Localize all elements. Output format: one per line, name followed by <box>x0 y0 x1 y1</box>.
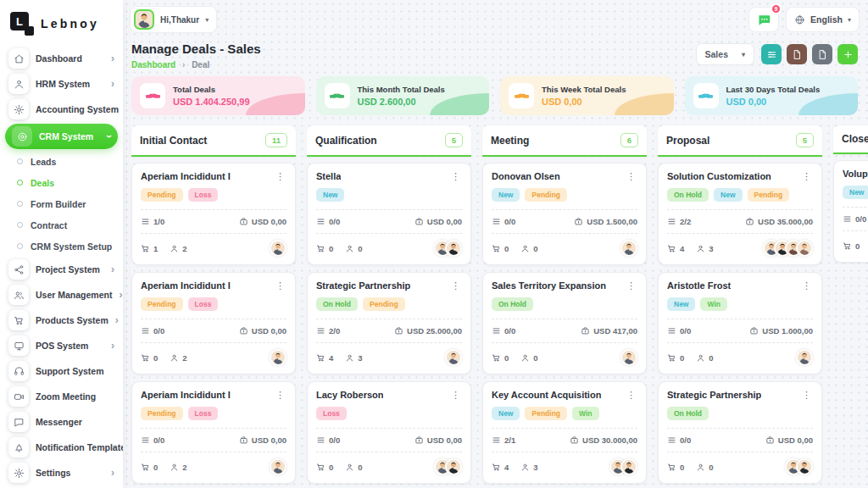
chevron-right-icon: › <box>115 315 119 325</box>
deal-card[interactable]: Donovan Olsen ⋮ NewPending 0/0 USD 1.500… <box>482 163 647 265</box>
kebab-menu-icon[interactable]: ⋮ <box>274 171 287 182</box>
sidebar-subitem-crm-system-setup[interactable]: CRM System Setup <box>0 236 123 257</box>
sidebar-item-project-system[interactable]: Project System› <box>0 257 123 282</box>
sidebar-item-settings[interactable]: Settings› <box>0 460 123 485</box>
sidebar-item-label: Zoom Meeting <box>36 391 114 402</box>
deal-card[interactable]: Aperiam Incididunt I ⋮ PendingLoss 0/0 U… <box>131 381 296 484</box>
deal-card[interactable]: Strategic Partnership ⋮ On Hold 0/0 USD … <box>658 381 822 484</box>
deal-title: Aperiam Incididunt I <box>141 280 231 291</box>
sidebar-item-products-system[interactable]: Products System› <box>0 308 123 333</box>
deal-card[interactable]: Stella ⋮ New 0/0 USD 0,00 0 0 <box>307 163 471 265</box>
sidebar-item-label: HRM System <box>36 79 104 89</box>
kebab-menu-icon[interactable]: ⋮ <box>800 390 813 401</box>
deal-avatars <box>763 240 813 257</box>
avatar-image <box>622 351 636 364</box>
toolbar-buttons <box>761 44 858 64</box>
deal-card[interactable]: Aristotle Frost ⋮ NewWin 0/0 USD 1.000,0… <box>658 272 822 374</box>
messages-button[interactable]: 9 <box>748 7 779 32</box>
deal-products-count: 4 <box>667 244 684 253</box>
column-count-badge: 5 <box>796 133 814 147</box>
kebab-menu-icon[interactable]: ⋮ <box>274 390 287 401</box>
briefcase-icon <box>394 326 403 336</box>
breadcrumb-dashboard[interactable]: Dashboard <box>131 60 175 69</box>
sidebar-item-label: Dashboard <box>36 53 104 64</box>
sidebar-item-messenger[interactable]: Messenger <box>0 409 123 435</box>
deal-amount: USD 1.000,00 <box>749 326 813 336</box>
deal-contacts-count: 3 <box>696 244 713 253</box>
kebab-menu-icon[interactable]: ⋮ <box>625 280 637 291</box>
sidebar-item-crm-system[interactable]: CRM System› <box>5 124 118 149</box>
list-icon <box>492 435 501 445</box>
pipeline-select-value: Sales <box>705 49 728 59</box>
sidebar-item-notification-template[interactable]: Notification Template <box>0 435 123 460</box>
list-icon <box>141 217 150 226</box>
sidebar-item-user-management[interactable]: User Management› <box>0 282 123 308</box>
sidebar-item-pos-system[interactable]: POS System› <box>0 333 123 358</box>
deal-card[interactable]: Key Account Acquisition ⋮ NewPendingWin … <box>482 381 647 484</box>
column-cards: Voluptate I ⋮ New 0/0 USD 0,00 0 0 <box>833 160 868 263</box>
deal-contacts-count: 2 <box>170 463 186 472</box>
language-selector[interactable]: English ▾ <box>786 7 860 32</box>
handshake-icon <box>698 91 713 102</box>
brand-logo[interactable]: L Lebnoy <box>0 7 123 46</box>
kebab-menu-icon[interactable]: ⋮ <box>625 171 637 182</box>
deal-card[interactable]: Aperiam Incididunt I ⋮ PendingLoss 1/0 U… <box>131 163 296 265</box>
status-tag: On Hold <box>667 188 709 202</box>
deal-tasks: 2/2 <box>667 217 691 226</box>
kebab-menu-icon[interactable]: ⋮ <box>800 171 813 182</box>
sidebar-subitem-leads[interactable]: Leads <box>0 151 123 172</box>
crm-icon <box>17 131 28 142</box>
deal-card[interactable]: Solution Customization ⋮ On HoldNewPendi… <box>658 163 822 265</box>
cart-icon <box>141 353 150 363</box>
avatar <box>445 458 462 475</box>
user-menu[interactable]: Hi,Thakur ▾ <box>130 6 217 33</box>
add-deal-button[interactable] <box>837 44 858 64</box>
sidebar-subitem-contract[interactable]: Contract <box>0 214 123 236</box>
deal-title: Aristotle Frost <box>667 280 731 291</box>
deal-title: Voluptate I <box>843 169 868 179</box>
status-tag: Loss <box>188 297 219 311</box>
pipeline-select[interactable]: Sales ▾ <box>696 43 754 65</box>
file-icon <box>792 49 803 60</box>
deal-contacts-count: 0 <box>345 244 362 253</box>
contact-icon <box>696 244 705 253</box>
briefcase-icon <box>574 217 583 226</box>
stat-label: This Month Total Deals <box>358 85 445 94</box>
sidebar-item-dashboard[interactable]: Dashboard› <box>0 46 123 71</box>
sidebar-subitem-deals[interactable]: Deals <box>0 172 123 193</box>
kebab-menu-icon[interactable]: ⋮ <box>449 280 462 291</box>
deal-avatars <box>609 458 637 475</box>
sidebar-item-support-system[interactable]: Support System <box>0 358 123 384</box>
deal-card[interactable]: Voluptate I ⋮ New 0/0 USD 0,00 0 0 <box>833 160 868 263</box>
sidebar-item-accounting-system[interactable]: Accounting System› <box>0 97 123 122</box>
cart-icon <box>843 241 852 251</box>
sidebar-subitem-label: Contract <box>31 220 67 230</box>
chevron-right-icon: › <box>111 264 114 274</box>
avatar <box>620 458 637 475</box>
status-tag: Pending <box>525 407 567 420</box>
deal-card[interactable]: Lacy Roberson ⋮ Loss 0/0 USD 0,00 0 0 <box>307 381 471 484</box>
filter-button[interactable] <box>761 44 782 64</box>
main-content: Hi,Thakur ▾ 9 English ▾ <box>123 0 868 488</box>
deal-tasks: 0/0 <box>667 326 691 336</box>
sidebar-item-zoom-meeting[interactable]: Zoom Meeting <box>0 384 123 409</box>
kebab-menu-icon[interactable]: ⋮ <box>800 280 813 291</box>
export-pdf-button[interactable] <box>787 44 807 64</box>
deal-title: Lacy Roberson <box>316 390 383 400</box>
kanban-column-proposal: Proposal5 Solution Customization ⋮ On Ho… <box>658 125 822 488</box>
kebab-menu-icon[interactable]: ⋮ <box>625 390 637 401</box>
kebab-menu-icon[interactable]: ⋮ <box>274 280 287 291</box>
kebab-menu-icon[interactable]: ⋮ <box>449 390 462 401</box>
deal-card[interactable]: Aperiam Incididunt I ⋮ PendingLoss 0/0 U… <box>131 272 296 374</box>
column-title: Initial Contact <box>140 135 207 147</box>
avatar-image <box>798 460 811 474</box>
deal-card[interactable]: Sales Territory Expansion ⋮ On Hold 0/0 … <box>482 272 647 374</box>
deal-card[interactable]: Strategic Partnership ⋮ On HoldPending 2… <box>307 272 471 374</box>
app-window: L Lebnoy Dashboard›HRM System›Accounting… <box>0 0 868 488</box>
export-file-button[interactable] <box>812 44 832 64</box>
sidebar-item-hrm-system[interactable]: HRM System› <box>0 71 123 97</box>
deal-tasks: 0/0 <box>141 326 164 336</box>
kebab-menu-icon[interactable]: ⋮ <box>449 171 462 182</box>
sidebar-subitem-form-builder[interactable]: Form Builder <box>0 193 123 214</box>
sidebar-subitem-label: Form Builder <box>31 199 86 209</box>
